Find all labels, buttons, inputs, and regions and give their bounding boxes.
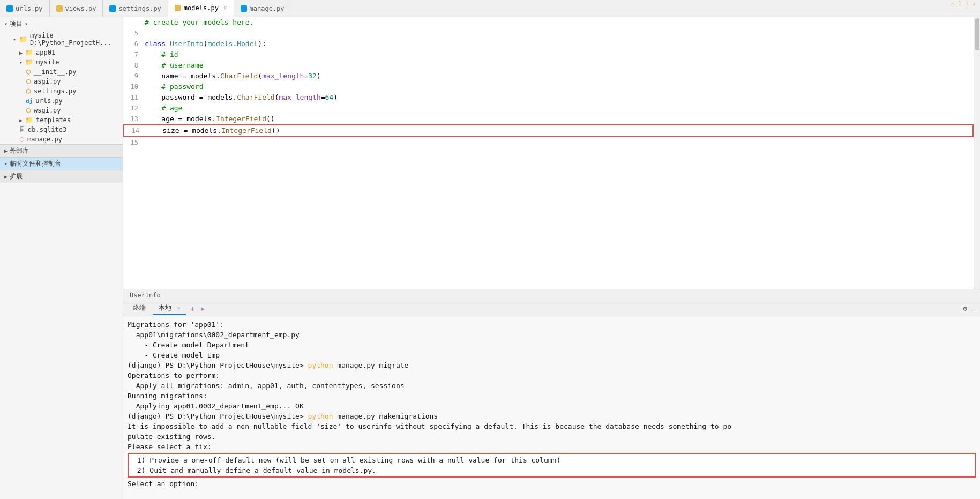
sidebar-section-extensions-label: 扩展 xyxy=(10,172,23,181)
terminal-line-12: pulate existing rows. xyxy=(128,431,976,442)
sidebar-section-extensions[interactable]: ▶ 扩展 xyxy=(0,170,123,183)
terminal-add-button[interactable]: + xyxy=(188,304,197,313)
sidebar-item-manage[interactable]: ⬡ manage.py xyxy=(0,135,123,144)
code-line-8: 8 # username xyxy=(123,60,974,71)
sidebar-item-settings-label: settings.py xyxy=(34,87,76,95)
sidebar-item-mysite-root-label: mysite D:\Python_ProjectH... xyxy=(30,32,118,47)
project-dropdown-icon: ▾ xyxy=(25,21,28,27)
scrollbar-thumb xyxy=(975,18,979,50)
tab-models-label: models.py xyxy=(184,4,219,12)
sidebar-item-manage-label: manage.py xyxy=(27,136,62,143)
sidebar: ▾ 项目 ▾ ▾ 📁 mysite D:\Python_ProjectH... … xyxy=(0,17,123,499)
dj-icon-urls xyxy=(6,5,13,12)
sidebar-item-app01[interactable]: ▶ 📁 app01 xyxy=(0,48,123,57)
sidebar-item-asgi-label: asgi.py xyxy=(34,78,61,85)
tab-settings-label: settings.py xyxy=(118,5,161,12)
code-line-5: 5 xyxy=(123,28,974,39)
breadcrumb-label: UserInfo xyxy=(130,292,161,299)
code-line-12: 12 # age xyxy=(123,103,974,114)
sidebar-item-wsgi-label: wsgi.py xyxy=(34,107,61,114)
terminal-error-line-1: 1) Provide a one-off default now (will b… xyxy=(133,455,970,465)
sidebar-item-mysite-root[interactable]: ▾ 📁 mysite D:\Python_ProjectH... xyxy=(0,31,123,48)
sidebar-section-scratches[interactable]: ▾ 临时文件和控制台 xyxy=(0,157,123,170)
terminal-line-2: app01\migrations\0002_department_emp.py xyxy=(128,330,976,340)
code-line-14: 14 size = models.IntegerField() xyxy=(123,124,974,137)
code-editor[interactable]: # create your models here. 5 6 class Use… xyxy=(123,17,974,289)
templates-chevron: ▶ xyxy=(19,117,23,123)
tab-bar: urls.py views.py settings.py models.py ×… xyxy=(0,0,980,17)
tab-settings[interactable]: settings.py xyxy=(103,0,168,17)
app01-folder-icon: 📁 xyxy=(25,49,33,56)
sidebar-item-init[interactable]: ⬡ __init__.py xyxy=(0,67,123,77)
sidebar-item-mysite-folder[interactable]: ▾ 📁 mysite xyxy=(0,57,123,67)
tab-urls[interactable]: urls.py xyxy=(0,0,50,17)
extensions-chevron: ▶ xyxy=(4,174,8,180)
terminal-tab-local[interactable]: 本地 × xyxy=(153,302,186,315)
templates-folder-icon: 📁 xyxy=(25,116,33,124)
sidebar-item-asgi[interactable]: ⬡ asgi.py xyxy=(0,77,123,86)
sidebar-section-external-label: 外部库 xyxy=(10,146,29,155)
db-icon: 🗄 xyxy=(19,126,25,133)
terminal-line-8: Running migrations: xyxy=(128,391,976,401)
sidebar-section-external[interactable]: ▶ 外部库 xyxy=(0,144,123,157)
wsgi-icon: ⬡ xyxy=(26,107,31,114)
terminal-line-3: - Create model Department xyxy=(128,340,976,350)
terminal-run-icon[interactable]: ▶ xyxy=(201,305,205,312)
app01-chevron: ▶ xyxy=(19,50,23,56)
terminal-line-9: Applying app01.0002_department_emp... OK xyxy=(128,401,976,411)
sidebar-item-db[interactable]: 🗄 db.sqlite3 xyxy=(0,125,123,135)
sidebar-item-wsgi[interactable]: ⬡ wsgi.py xyxy=(0,106,123,115)
terminal-area: 终端 本地 × + ▶ ⚙ — Migrations for 'app01': … xyxy=(123,301,980,499)
editor-scrollbar[interactable] xyxy=(974,17,980,289)
terminal-line-10: (django) PS D:\Python_ProjectHouse\mysit… xyxy=(128,411,976,421)
warning-badge: ⚠ 1 ↑ ↓ xyxy=(951,0,980,17)
project-chevron: ▾ xyxy=(4,21,8,27)
terminal-error-line-2: 2) Quit and manually define a default va… xyxy=(133,465,970,475)
terminal-minimize-icon[interactable]: ⚙ xyxy=(963,304,967,312)
terminal-tab-bar: 终端 本地 × + ▶ ⚙ — xyxy=(123,301,980,316)
code-line-11: 11 password = models.CharField(max_lengt… xyxy=(123,92,974,103)
tab-urls-label: urls.py xyxy=(16,5,43,12)
dj-icon-settings xyxy=(109,5,116,12)
code-line-comment-top: # create your models here. xyxy=(123,17,974,28)
terminal-content[interactable]: Migrations for 'app01': app01\migrations… xyxy=(123,316,980,499)
terminal-maximize-icon[interactable]: — xyxy=(971,304,976,312)
terminal-line-5: (django) PS D:\Python_ProjectHouse\mysit… xyxy=(128,360,976,370)
project-label: 项目 xyxy=(10,19,23,28)
tab-models[interactable]: models.py × xyxy=(168,0,234,17)
tab-manage[interactable]: manage.py xyxy=(234,0,291,17)
tab-models-close[interactable]: × xyxy=(223,4,227,11)
sidebar-section-scratches-label: 临时文件和控制台 xyxy=(10,159,61,168)
sidebar-item-templates[interactable]: ▶ 📁 templates xyxy=(0,115,123,125)
terminal-error-box: 1) Provide a one-off default now (will b… xyxy=(128,453,976,478)
mysite-folder-icon: 📁 xyxy=(25,58,33,66)
sidebar-item-app01-label: app01 xyxy=(36,49,55,56)
terminal-controls: ⚙ — xyxy=(963,304,976,312)
tab-views[interactable]: views.py xyxy=(50,0,103,17)
sidebar-item-settings[interactable]: ⬡ settings.py xyxy=(0,86,123,96)
mysite-root-folder-icon: 📁 xyxy=(19,35,27,43)
sidebar-item-db-label: db.sqlite3 xyxy=(28,126,66,133)
asgi-icon: ⬡ xyxy=(26,78,31,85)
terminal-tab-local-close[interactable]: × xyxy=(177,304,181,311)
code-line-10: 10 # password xyxy=(123,81,974,92)
sidebar-item-urls[interactable]: dj urls.py xyxy=(0,96,123,106)
terminal-line-13: Please select a fix: xyxy=(128,442,976,452)
terminal-line-6: Operations to perform: xyxy=(128,370,976,381)
mysite-folder-chevron: ▾ xyxy=(19,59,23,65)
code-line-6: 6 class UserInfo(models.Model): xyxy=(123,39,974,49)
yellow-icon-models xyxy=(175,5,181,11)
code-line-15: 15 xyxy=(123,137,974,148)
main-area: ▾ 项目 ▾ ▾ 📁 mysite D:\Python_ProjectH... … xyxy=(0,17,980,499)
terminal-line-14: Select an option: xyxy=(128,479,976,489)
scratches-chevron: ▾ xyxy=(4,161,8,167)
terminal-tab-terminal-label: 终端 xyxy=(133,304,146,311)
init-icon: ⬡ xyxy=(26,69,31,76)
manage-icon: ⬡ xyxy=(19,136,25,143)
sidebar-item-init-label: __init__.py xyxy=(34,68,76,76)
sidebar-project-header[interactable]: ▾ 项目 ▾ xyxy=(0,17,123,31)
urls-icon: dj xyxy=(26,98,33,105)
code-line-9: 9 name = models.CharField(max_length=32) xyxy=(123,71,974,81)
tab-manage-label: manage.py xyxy=(250,5,285,12)
terminal-tab-terminal[interactable]: 终端 xyxy=(128,302,151,315)
